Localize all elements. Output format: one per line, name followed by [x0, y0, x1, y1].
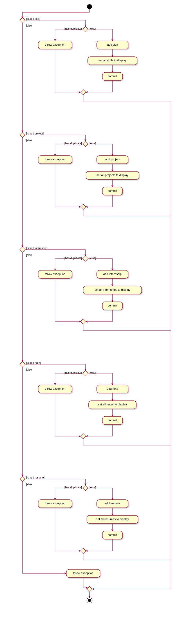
throw-label: throw exception: [45, 158, 65, 161]
guard-dup-else: [else]: [90, 486, 96, 489]
commit-label: commit: [108, 304, 117, 307]
final-merge: [87, 586, 92, 592]
decision-2: [20, 247, 25, 252]
flow-line: [83, 210, 171, 216]
guard-dup-else: [else]: [90, 256, 96, 260]
flow-arrow: [86, 80, 112, 92]
add-label: add skill: [107, 43, 118, 46]
throw-label: throw exception: [45, 387, 65, 390]
guard-is-add: [is add project]: [26, 132, 44, 135]
flow-arrow: [55, 393, 80, 436]
merge-4: [80, 548, 86, 554]
initial-node: [87, 4, 92, 9]
add-label: add resume: [105, 502, 120, 505]
flow-line: [83, 324, 171, 330]
decision-3: [20, 362, 25, 367]
merge-2: [80, 319, 86, 324]
flow-line: [83, 95, 171, 101]
decision-0: [20, 18, 25, 23]
guard-is-add: [is add skill]: [26, 17, 40, 20]
guard-is-add: [is add resume]: [26, 476, 44, 479]
guard-has-dup: [has duplicate]: [64, 486, 82, 489]
guard-is-add: [is add note]: [26, 361, 41, 364]
add-label: add note: [107, 387, 118, 390]
merge-3: [80, 434, 86, 439]
throw-label: throw exception: [45, 43, 65, 46]
guard-else: [else]: [26, 368, 32, 371]
flow-arrow: [55, 258, 83, 270]
flow-arrow: [55, 373, 83, 385]
guard-else: [else]: [26, 139, 32, 142]
throw-label: throw exception: [45, 502, 65, 505]
decision-dup-4: [83, 485, 88, 491]
decision-1: [20, 132, 25, 138]
decision-dup-3: [83, 370, 88, 376]
guard-dup-else: [else]: [90, 371, 96, 374]
flow-line: [83, 554, 171, 560]
flow-arrow: [55, 278, 80, 322]
flow-arrow: [88, 488, 112, 500]
flow-line: [83, 439, 171, 445]
flow-arrow: [86, 424, 112, 436]
flow-arrow: [25, 479, 86, 485]
flow-arrow: [55, 49, 80, 92]
guard-has-dup: [has duplicate]: [64, 27, 82, 30]
set-label: set all internships to display: [95, 288, 130, 292]
guard-has-dup: [has duplicate]: [64, 256, 82, 260]
set-label: set all skills to display: [98, 59, 126, 62]
flow-arrow: [55, 488, 83, 500]
throw-label: throw exception: [45, 272, 65, 276]
guard-dup-else: [else]: [90, 142, 96, 145]
decision-dup-0: [83, 26, 88, 32]
final-node: [88, 599, 91, 602]
guard-has-dup: [has duplicate]: [64, 142, 82, 145]
flow-arrow: [25, 364, 86, 370]
decision-dup-2: [83, 256, 88, 261]
flow-arrow: [22, 482, 66, 574]
guard-else: [else]: [26, 254, 32, 256]
final-throw-label: throw exception: [73, 571, 93, 575]
guard-is-add: [is add internship]: [26, 247, 47, 250]
flow-arrow: [88, 144, 112, 156]
add-label: add project: [105, 158, 120, 161]
commit-label: commit: [108, 418, 117, 422]
guard-else: [else]: [26, 483, 32, 486]
flow-arrow: [55, 29, 83, 41]
set-label: set all resumes to display: [96, 518, 129, 521]
flow-arrow: [86, 310, 112, 322]
set-label: set all projects to display: [96, 173, 128, 177]
flow-arrow: [55, 164, 80, 207]
add-label: add internship: [103, 272, 122, 276]
flow-arrow: [25, 250, 86, 256]
merge-1: [80, 204, 86, 210]
flow-arrow: [55, 144, 83, 156]
flow-arrow: [88, 258, 112, 270]
flow-arrow: [25, 20, 86, 26]
flow-arrow: [86, 195, 112, 207]
flow-arrow: [86, 539, 112, 551]
flow-arrow: [25, 135, 86, 141]
decision-dup-1: [83, 141, 88, 146]
commit-label: commit: [108, 74, 117, 78]
decision-4: [20, 476, 25, 482]
set-label: set all notes to display: [98, 403, 127, 406]
guard-has-dup: [has duplicate]: [64, 371, 82, 374]
commit-label: commit: [108, 189, 117, 192]
merge-0: [80, 90, 86, 95]
commit-label: commit: [108, 533, 117, 536]
flow-arrow: [55, 508, 80, 551]
guard-dup-else: [else]: [90, 27, 96, 30]
flow-arrow: [88, 373, 112, 385]
flow-arrow: [88, 29, 112, 41]
activity-diagram: [is add skill][else][has duplicate][else…: [0, 0, 179, 644]
guard-else: [else]: [26, 24, 32, 27]
flow-arrow: [83, 578, 88, 588]
